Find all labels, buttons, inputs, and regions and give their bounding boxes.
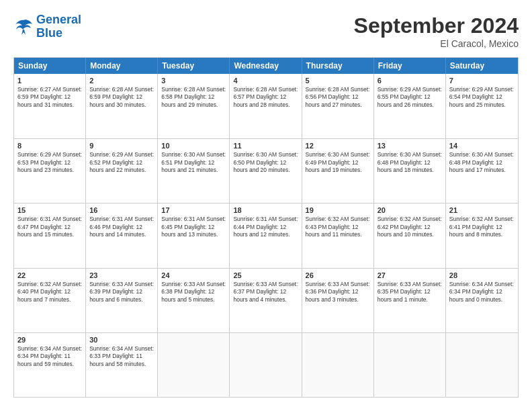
cal-cell-4-3 — [230, 333, 302, 397]
day-number: 2 — [89, 77, 154, 85]
day-info: Sunrise: 6:31 AM Sunset: 6:47 PM Dayligh… — [17, 216, 82, 238]
header-wednesday: Wednesday — [230, 58, 302, 74]
month-title: September 2024 — [354, 13, 519, 38]
day-info: Sunrise: 6:33 AM Sunset: 6:38 PM Dayligh… — [161, 281, 226, 304]
day-number: 11 — [233, 142, 298, 150]
day-number: 30 — [89, 336, 154, 344]
cal-cell-2-5: 20Sunrise: 6:32 AM Sunset: 6:42 PM Dayli… — [374, 203, 446, 267]
day-number: 18 — [233, 206, 298, 214]
cal-cell-3-0: 22Sunrise: 6:32 AM Sunset: 6:40 PM Dayli… — [14, 269, 86, 332]
calendar-header: Sunday Monday Tuesday Wednesday Thursday… — [14, 58, 518, 74]
title-block: September 2024 El Caracol, Mexico — [354, 13, 519, 49]
cal-cell-0-4: 5Sunrise: 6:28 AM Sunset: 6:56 PM Daylig… — [302, 74, 374, 138]
week-row-4: 22Sunrise: 6:32 AM Sunset: 6:40 PM Dayli… — [14, 268, 518, 332]
day-info: Sunrise: 6:30 AM Sunset: 6:49 PM Dayligh… — [306, 151, 370, 174]
day-number: 25 — [233, 271, 298, 279]
cal-cell-4-2 — [158, 333, 230, 397]
header-friday: Friday — [374, 58, 446, 74]
day-info: Sunrise: 6:27 AM Sunset: 6:59 PM Dayligh… — [17, 86, 82, 109]
day-number: 24 — [161, 271, 226, 279]
header: General Blue September 2024 El Caracol, … — [13, 13, 519, 49]
cal-cell-3-6: 28Sunrise: 6:34 AM Sunset: 6:34 PM Dayli… — [446, 269, 518, 332]
cal-cell-4-4 — [302, 333, 374, 397]
logo-icon — [13, 17, 34, 36]
calendar-body: 1Sunrise: 6:27 AM Sunset: 6:59 PM Daylig… — [14, 74, 518, 397]
location: El Caracol, Mexico — [354, 38, 519, 49]
day-number: 22 — [17, 271, 82, 279]
day-info: Sunrise: 6:32 AM Sunset: 6:43 PM Dayligh… — [306, 216, 370, 238]
cal-cell-1-0: 8Sunrise: 6:29 AM Sunset: 6:53 PM Daylig… — [14, 139, 86, 203]
header-saturday: Saturday — [446, 58, 518, 74]
day-info: Sunrise: 6:32 AM Sunset: 6:40 PM Dayligh… — [17, 281, 82, 304]
day-number: 9 — [89, 142, 154, 150]
cal-cell-0-0: 1Sunrise: 6:27 AM Sunset: 6:59 PM Daylig… — [14, 74, 86, 138]
day-number: 28 — [449, 271, 515, 279]
day-number: 7 — [449, 77, 515, 85]
day-number: 21 — [449, 206, 515, 214]
cal-cell-1-2: 10Sunrise: 6:30 AM Sunset: 6:51 PM Dayli… — [158, 139, 230, 203]
day-info: Sunrise: 6:33 AM Sunset: 6:36 PM Dayligh… — [306, 281, 370, 304]
day-number: 14 — [449, 142, 515, 150]
week-row-5: 29Sunrise: 6:34 AM Sunset: 6:34 PM Dayli… — [14, 332, 518, 397]
day-number: 4 — [233, 77, 298, 85]
calendar: Sunday Monday Tuesday Wednesday Thursday… — [13, 57, 519, 398]
week-row-3: 15Sunrise: 6:31 AM Sunset: 6:47 PM Dayli… — [14, 203, 518, 267]
day-number: 20 — [378, 206, 442, 214]
week-row-1: 1Sunrise: 6:27 AM Sunset: 6:59 PM Daylig… — [14, 74, 518, 138]
day-number: 23 — [89, 271, 154, 279]
header-monday: Monday — [86, 58, 158, 74]
day-info: Sunrise: 6:29 AM Sunset: 6:52 PM Dayligh… — [89, 151, 154, 174]
cal-cell-0-1: 2Sunrise: 6:28 AM Sunset: 6:59 PM Daylig… — [86, 74, 158, 138]
day-number: 8 — [17, 142, 82, 150]
cal-cell-4-1: 30Sunrise: 6:34 AM Sunset: 6:33 PM Dayli… — [86, 333, 158, 397]
day-number: 26 — [306, 271, 370, 279]
logo-text: General Blue — [36, 13, 81, 40]
day-info: Sunrise: 6:28 AM Sunset: 6:59 PM Dayligh… — [89, 86, 154, 109]
cal-cell-1-6: 14Sunrise: 6:30 AM Sunset: 6:48 PM Dayli… — [446, 139, 518, 203]
day-info: Sunrise: 6:32 AM Sunset: 6:41 PM Dayligh… — [449, 216, 515, 238]
cal-cell-1-4: 12Sunrise: 6:30 AM Sunset: 6:49 PM Dayli… — [302, 139, 374, 203]
day-info: Sunrise: 6:29 AM Sunset: 6:55 PM Dayligh… — [378, 86, 442, 109]
header-sunday: Sunday — [14, 58, 86, 74]
cal-cell-4-5 — [374, 333, 446, 397]
cal-cell-1-1: 9Sunrise: 6:29 AM Sunset: 6:52 PM Daylig… — [86, 139, 158, 203]
day-info: Sunrise: 6:31 AM Sunset: 6:46 PM Dayligh… — [89, 216, 154, 238]
day-info: Sunrise: 6:33 AM Sunset: 6:35 PM Dayligh… — [378, 281, 442, 304]
day-number: 10 — [161, 142, 226, 150]
day-number: 17 — [161, 206, 226, 214]
day-info: Sunrise: 6:34 AM Sunset: 6:34 PM Dayligh… — [17, 345, 82, 368]
day-info: Sunrise: 6:28 AM Sunset: 6:56 PM Dayligh… — [306, 86, 370, 109]
cal-cell-0-3: 4Sunrise: 6:28 AM Sunset: 6:57 PM Daylig… — [230, 74, 302, 138]
day-number: 5 — [306, 77, 370, 85]
cal-cell-3-5: 27Sunrise: 6:33 AM Sunset: 6:35 PM Dayli… — [374, 269, 446, 332]
cal-cell-3-3: 25Sunrise: 6:33 AM Sunset: 6:37 PM Dayli… — [230, 269, 302, 332]
day-number: 27 — [378, 271, 442, 279]
day-number: 6 — [378, 77, 442, 85]
day-number: 16 — [89, 206, 154, 214]
header-thursday: Thursday — [302, 58, 374, 74]
cal-cell-0-5: 6Sunrise: 6:29 AM Sunset: 6:55 PM Daylig… — [374, 74, 446, 138]
cal-cell-2-1: 16Sunrise: 6:31 AM Sunset: 6:46 PM Dayli… — [86, 203, 158, 267]
cal-cell-2-2: 17Sunrise: 6:31 AM Sunset: 6:45 PM Dayli… — [158, 203, 230, 267]
day-number: 29 — [17, 336, 82, 344]
day-number: 13 — [378, 142, 442, 150]
cal-cell-2-0: 15Sunrise: 6:31 AM Sunset: 6:47 PM Dayli… — [14, 203, 86, 267]
day-number: 15 — [17, 206, 82, 214]
cal-cell-1-3: 11Sunrise: 6:30 AM Sunset: 6:50 PM Dayli… — [230, 139, 302, 203]
cal-cell-3-4: 26Sunrise: 6:33 AM Sunset: 6:36 PM Dayli… — [302, 269, 374, 332]
cal-cell-3-1: 23Sunrise: 6:33 AM Sunset: 6:39 PM Dayli… — [86, 269, 158, 332]
day-number: 19 — [306, 206, 370, 214]
day-info: Sunrise: 6:30 AM Sunset: 6:51 PM Dayligh… — [161, 151, 226, 174]
day-info: Sunrise: 6:32 AM Sunset: 6:42 PM Dayligh… — [378, 216, 442, 238]
day-info: Sunrise: 6:30 AM Sunset: 6:50 PM Dayligh… — [233, 151, 298, 174]
day-info: Sunrise: 6:30 AM Sunset: 6:48 PM Dayligh… — [378, 151, 442, 174]
cal-cell-4-6 — [446, 333, 518, 397]
page: General Blue September 2024 El Caracol, … — [0, 0, 532, 411]
logo: General Blue — [13, 13, 81, 40]
day-info: Sunrise: 6:31 AM Sunset: 6:44 PM Dayligh… — [233, 216, 298, 238]
cal-cell-2-6: 21Sunrise: 6:32 AM Sunset: 6:41 PM Dayli… — [446, 203, 518, 267]
cal-cell-4-0: 29Sunrise: 6:34 AM Sunset: 6:34 PM Dayli… — [14, 333, 86, 397]
cal-cell-3-2: 24Sunrise: 6:33 AM Sunset: 6:38 PM Dayli… — [158, 269, 230, 332]
day-info: Sunrise: 6:28 AM Sunset: 6:58 PM Dayligh… — [161, 86, 226, 109]
day-info: Sunrise: 6:28 AM Sunset: 6:57 PM Dayligh… — [233, 86, 298, 109]
